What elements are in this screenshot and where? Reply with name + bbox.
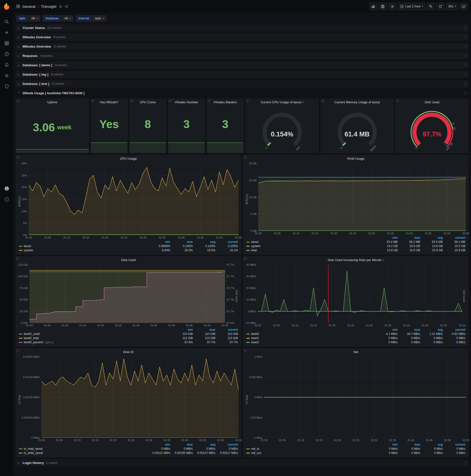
legend-series-name[interactable]: level0_percent(right-y): [19, 340, 170, 344]
sidebar-item-explore[interactable]: [0, 49, 13, 59]
panel-title[interactable]: Net: [243, 349, 468, 355]
panel-info-icon[interactable]: i: [16, 257, 20, 260]
dashboard-settings-button[interactable]: [388, 3, 396, 10]
panel-info-icon[interactable]: i: [243, 349, 247, 352]
legend-series-name[interactable]: taosd: [246, 240, 375, 244]
variable-label[interactable]: Interval: [76, 16, 91, 21]
dashboard-row-database-demo-[interactable]: ›Database: [ demo ](5 panels): [16, 61, 469, 69]
x-tick-label: 01:05: [273, 324, 280, 327]
panel-disk-used: iDisk Used125 GiB100 GiB75 GiB50 GiB25 G…: [16, 256, 241, 346]
panel-title[interactable]: Uptime: [16, 99, 88, 105]
breadcrumb-section[interactable]: General: [22, 4, 35, 9]
legend-value: 97.6%: [171, 340, 193, 344]
legend-series-name[interactable]: total: [246, 248, 375, 252]
dashboard-row-database-log-[interactable]: ›Database: [ log ](5 panels): [16, 71, 469, 78]
drag-handle-icon[interactable]: [465, 45, 467, 48]
drag-handle-icon[interactable]: [465, 91, 467, 95]
legend-series-name[interactable]: level0: [246, 332, 375, 336]
panel-info-icon[interactable]: i: [16, 99, 20, 102]
dashboard-row-dnodes-overview[interactable]: ›DNodes Overview(4 panels): [16, 33, 469, 41]
panel-info-icon[interactable]: i: [168, 99, 172, 102]
legend-series-name[interactable]: level2: [246, 340, 375, 344]
panel-title[interactable]: Disk Used Increasing Rate per Minute▾: [243, 257, 468, 263]
cycle-view-mode-button[interactable]: [459, 3, 468, 10]
chart-canvas[interactable]: [258, 265, 462, 323]
zoom-out-button[interactable]: [427, 3, 435, 10]
panel-info-icon[interactable]: i: [246, 99, 250, 102]
chart-canvas[interactable]: [30, 265, 225, 323]
drag-handle-icon[interactable]: [465, 35, 467, 39]
x-tick-label: 01:25: [347, 324, 354, 327]
legend-series-name[interactable]: net_in: [246, 447, 375, 451]
sidebar-item-alerting[interactable]: [0, 59, 13, 70]
legend-series-name[interactable]: taosd: [19, 244, 148, 248]
panel-info-icon[interactable]: i: [91, 99, 95, 102]
add-panel-button[interactable]: [369, 3, 377, 10]
variable-value-dropdown[interactable]: auto▾: [92, 16, 106, 21]
drag-handle-icon[interactable]: [465, 461, 467, 464]
x-tick-label: 01:35: [163, 439, 170, 442]
panel-info-icon[interactable]: i: [321, 99, 324, 102]
sidebar-item-profile[interactable]: [0, 183, 13, 194]
refresh-button[interactable]: [437, 3, 444, 10]
sidebar-item-help[interactable]: ?: [0, 194, 13, 205]
dashboard-row-database-test-[interactable]: ›Database: [ test ](5 panels): [16, 80, 469, 87]
panel-title[interactable]: Current CPU Usage of taosd▾: [246, 99, 319, 105]
drag-handle-icon[interactable]: [465, 82, 467, 85]
dashboard-row-login-history[interactable]: ›Login History(1 panel): [16, 459, 469, 466]
sidebar-item-dashboards[interactable]: [0, 38, 13, 49]
chart-canvas[interactable]: [264, 357, 466, 438]
legend-series-name[interactable]: net_out: [246, 451, 375, 455]
refresh-interval-picker[interactable]: 30s ▾: [446, 3, 458, 10]
panel-info-icon[interactable]: i: [243, 257, 247, 260]
panel-info-icon[interactable]: i: [16, 349, 20, 352]
sidebar-item-server-admin[interactable]: [0, 81, 13, 92]
panel-title[interactable]: VNodes Number: [168, 99, 205, 105]
drag-handle-icon[interactable]: [465, 26, 467, 30]
sidebar-item-search[interactable]: [0, 16, 13, 27]
panel-title[interactable]: Has MNode?: [91, 99, 127, 105]
time-range-picker[interactable]: Last 1 hour ▾: [398, 3, 425, 10]
panel-info-icon[interactable]: i: [207, 99, 211, 102]
chart-canvas[interactable]: [258, 163, 466, 231]
panel-title[interactable]: CPU Cores: [130, 99, 166, 105]
panel-title[interactable]: Current Memory Usage of taosd: [321, 99, 393, 105]
legend-series-name[interactable]: level0_total: [19, 336, 170, 340]
sidebar-item-create[interactable]: [0, 27, 13, 38]
panel-info-icon[interactable]: i: [16, 155, 20, 159]
dashboard-row-dnode-usage-huolinhe-tm1701-6030-[interactable]: ›DNode Usage [ huolinhe-TM1701:6030 ]: [16, 89, 469, 97]
drag-handle-icon[interactable]: [465, 54, 467, 57]
grafana-logo[interactable]: [2, 2, 11, 11]
chart-canvas[interactable]: [29, 163, 238, 235]
panel-title[interactable]: Disk IO: [16, 349, 241, 355]
star-icon[interactable]: [59, 5, 62, 8]
share-icon[interactable]: [65, 5, 68, 8]
legend-series-name[interactable]: level0_used: [19, 332, 170, 336]
legend-series-name[interactable]: level1: [246, 336, 375, 340]
variable-label[interactable]: Database: [43, 16, 61, 21]
panel-title[interactable]: VNodes Masters: [207, 99, 243, 105]
dashboard-row-requests[interactable]: ›Requests(4 panels): [16, 52, 469, 59]
legend-series-name[interactable]: system: [246, 244, 375, 248]
variable-label[interactable]: fqdn: [17, 16, 28, 21]
panel-title[interactable]: CPU Usage: [16, 155, 241, 162]
drag-handle-icon[interactable]: [465, 63, 467, 67]
variable-value-dropdown[interactable]: All▾: [62, 16, 73, 21]
legend-series-name[interactable]: io_write_taosd: [19, 451, 148, 455]
panel-info-icon[interactable]: i: [130, 99, 134, 102]
panel-info-icon[interactable]: i: [396, 99, 399, 102]
legend-series-name[interactable]: system: [19, 248, 148, 252]
panel-title[interactable]: Disk Used: [396, 99, 468, 105]
chart-canvas[interactable]: [41, 357, 238, 438]
legend-series-name[interactable]: io_read_taosd: [19, 447, 148, 451]
dashboard-row-mnodes-overview[interactable]: ›MNodes Overview(2 panels): [16, 43, 469, 50]
variable-value-dropdown[interactable]: All▾: [29, 16, 40, 21]
panel-title[interactable]: Disk Used: [16, 257, 241, 263]
save-dashboard-button[interactable]: [379, 3, 387, 10]
panel-title[interactable]: RAM Usage: [243, 155, 468, 162]
breadcrumb-dashboard-title[interactable]: TDinsight: [41, 4, 56, 9]
panel-info-icon[interactable]: i: [243, 155, 247, 159]
drag-handle-icon[interactable]: [465, 73, 467, 76]
sidebar-item-configuration[interactable]: [0, 70, 13, 81]
dashboard-row-cluster-status[interactable]: ›Cluster Status(21 panels): [16, 24, 469, 31]
